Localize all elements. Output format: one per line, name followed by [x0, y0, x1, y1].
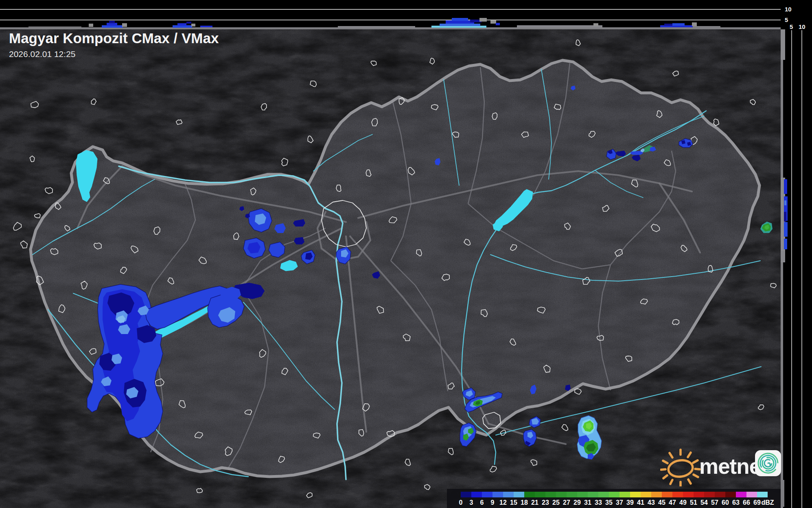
profile-echo: [672, 23, 685, 26]
profile-echo: [177, 23, 186, 26]
profile-echo: [784, 179, 787, 194]
legend-color-swatch: [588, 492, 598, 497]
terrain-profile: [517, 25, 602, 28]
profile-echo: [452, 18, 468, 21]
legend-color-swatch: [598, 492, 609, 497]
legend-color-swatch: [641, 492, 651, 497]
profile-echo: [109, 21, 115, 23]
legend-color-swatch: [556, 492, 567, 497]
dbz-legend: 0369121518212325272931333537394143454749…: [447, 489, 781, 508]
page-title: Magyar Kompozit CMax / VMax: [9, 30, 219, 46]
legend-color-swatch: [683, 492, 694, 497]
right-axis-tick-10: 10: [799, 24, 805, 30]
profile-echo: [593, 23, 598, 26]
profile-echo: [784, 222, 788, 237]
legend-color-swatch: [492, 492, 503, 497]
legend-color-swatch: [694, 492, 704, 497]
legend-color-swatch: [736, 492, 746, 497]
profile-echo: [784, 239, 787, 249]
metnet-logo: metnet: [660, 446, 781, 486]
profile-echo: [692, 22, 697, 26]
title-block: Magyar Kompozit CMax / VMax 2026.02.01 1…: [9, 30, 219, 59]
profile-echo: [200, 26, 212, 27]
terrain-profile: [781, 29, 783, 508]
timestamp: 2026.02.01 12:25: [9, 49, 219, 59]
legend-color-swatch: [619, 492, 630, 497]
legend-color-swatch: [545, 492, 556, 497]
terrain-profile: [781, 480, 784, 507]
right-axis-tick-5: 5: [790, 24, 793, 30]
profile-echo: [122, 23, 127, 27]
legend-color-swatch: [609, 492, 619, 497]
legend-color-swatch: [503, 492, 514, 497]
dbz-legend-scale: 0369121518212325272931333537394143454749…: [447, 489, 781, 508]
terrain-profile: [338, 26, 415, 28]
profile-echo: [89, 24, 93, 27]
radar-screen: 10 5 5 10 Magyar Kompozit CMax / VMax 20…: [0, 0, 812, 508]
legend-color-swatch: [482, 492, 492, 497]
terrain-profile: [28, 26, 81, 28]
profile-echo: [496, 23, 500, 25]
profile-echo: [784, 212, 786, 222]
sun-icon: [660, 446, 701, 486]
profile-echo: [107, 23, 117, 26]
legend-color-swatch: [577, 492, 588, 497]
legend-color-swatch: [651, 492, 662, 497]
profile-echo: [479, 18, 487, 22]
radar-map: [0, 0, 781, 508]
terrain-profile: [781, 29, 785, 60]
legend-color-swatch: [757, 492, 768, 497]
legend-color-swatch: [567, 492, 577, 497]
profile-echo: [186, 22, 191, 24]
legend-color-swatch: [746, 492, 757, 497]
terrain-profile: [781, 251, 785, 262]
legend-color-swatch: [630, 492, 641, 497]
metnet-app-icon: [755, 450, 781, 477]
legend-color-swatch: [725, 492, 736, 497]
profile-echo: [784, 200, 786, 205]
profile-echo: [440, 24, 480, 26]
legend-color-swatch: [471, 492, 482, 497]
legend-unit-label: dBZ: [761, 499, 774, 506]
legend-color-swatch: [672, 492, 683, 497]
top-axis-tick-5: 5: [785, 17, 788, 23]
profile-echo: [490, 20, 496, 24]
legend-color-swatch: [704, 492, 715, 497]
top-axis-tick-10: 10: [785, 6, 792, 12]
legend-color-swatch: [715, 492, 725, 497]
legend-color-swatch: [524, 492, 535, 497]
legend-color-swatch: [535, 492, 545, 497]
profile-echo: [191, 24, 195, 26]
profile-echo: [446, 20, 474, 24]
legend-color-swatch: [514, 492, 524, 497]
top-profile-strip: [0, 0, 781, 29]
profile-echo: [664, 24, 672, 26]
right-profile-panel: 10 5 5 10: [781, 0, 812, 508]
terrain-relief-inside: [0, 0, 781, 508]
legend-color-swatch: [461, 492, 471, 497]
legend-color-swatch: [662, 492, 672, 497]
